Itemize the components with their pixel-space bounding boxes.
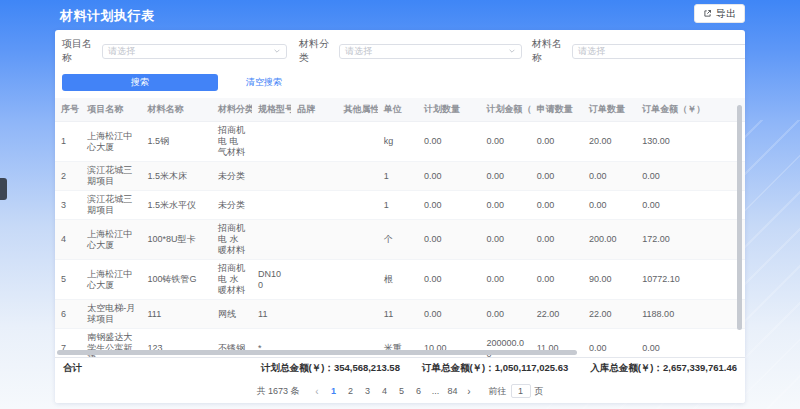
table-cell: 111 xyxy=(141,300,211,329)
page-button[interactable]: 1 xyxy=(327,384,341,398)
table-cell: 0.00 xyxy=(480,300,530,329)
table-cell: 0.00 xyxy=(531,260,583,300)
table-cell: 130.00 xyxy=(636,122,745,162)
material-name-select[interactable]: 请选择 xyxy=(572,44,745,59)
chevron-down-icon xyxy=(273,47,281,55)
table-cell: 0.00 xyxy=(583,191,636,220)
table-cell: 未分类 xyxy=(212,162,252,191)
table-cell xyxy=(291,260,337,300)
table-cell: 0.00 xyxy=(531,191,583,220)
table-cell: 90.00 xyxy=(583,260,636,300)
table-cell: 1 xyxy=(378,162,418,191)
table-cell: 未分类 xyxy=(212,191,252,220)
table-cell: 22.00 xyxy=(531,300,583,329)
next-page-icon[interactable]: › xyxy=(463,386,476,397)
filter-bar: 项目名称 请选择 材料分类 请选择 材料名称 请选择 xyxy=(55,30,745,65)
table-cell: 1 xyxy=(55,122,81,162)
table-cell: DN100 xyxy=(252,260,291,300)
table-cell: 4 xyxy=(55,220,81,260)
table-cell: 招商机电 电气材料 xyxy=(212,122,252,162)
table-cell xyxy=(338,260,378,300)
table-cell: 100*8U型卡 xyxy=(141,220,211,260)
action-bar: 搜索 清空搜索 xyxy=(62,74,738,91)
table-cell: 0.00 xyxy=(480,260,530,300)
goto-suffix: 页 xyxy=(535,385,544,398)
goto-page: 前往 页 xyxy=(489,384,544,398)
table-cell: 0.00 xyxy=(636,162,745,191)
table-cell xyxy=(252,191,291,220)
table-cell: 5 xyxy=(55,260,81,300)
pagination-total: 共 1673 条 xyxy=(256,385,299,398)
table-cell: 招商机电 水暖材料 xyxy=(212,260,252,300)
table-cell: 1.5米水平仪 xyxy=(141,191,211,220)
page-title: 材料计划执行表 xyxy=(60,7,155,25)
table-cell: 100铸铁管G xyxy=(141,260,211,300)
page-button[interactable]: 3 xyxy=(361,384,375,398)
table-cell: 0.00 xyxy=(480,122,530,162)
page-button[interactable]: 5 xyxy=(395,384,409,398)
page-button[interactable]: 4 xyxy=(378,384,392,398)
table-cell: 6 xyxy=(55,300,81,329)
table-cell: 上海松江中心大厦 xyxy=(81,122,141,162)
export-button[interactable]: 导出 xyxy=(694,4,745,23)
column-header: 申请数量 xyxy=(531,98,583,122)
page-ellipsis[interactable]: ... xyxy=(429,384,443,398)
search-button[interactable]: 搜索 xyxy=(62,74,218,91)
column-header: 材料名称 xyxy=(141,98,211,122)
table-cell xyxy=(291,122,337,162)
table-cell xyxy=(252,162,291,191)
table-cell xyxy=(291,300,337,329)
material-category-select[interactable]: 请选择 xyxy=(339,44,522,59)
table-cell: 0.00 xyxy=(583,162,636,191)
table-cell: 0.00 xyxy=(531,220,583,260)
column-header: 计划数量 xyxy=(418,98,480,122)
page-button[interactable]: 6 xyxy=(412,384,426,398)
project-name-placeholder: 请选择 xyxy=(108,45,135,58)
table-cell: 0.00 xyxy=(418,220,480,260)
column-header: 规格型号 xyxy=(252,98,291,122)
vertical-scrollbar[interactable] xyxy=(737,105,742,330)
page-button[interactable]: 84 xyxy=(446,384,460,398)
table-cell: 200.00 xyxy=(583,220,636,260)
sidebar-toggle[interactable] xyxy=(0,178,7,200)
table-cell: 0.00 xyxy=(418,162,480,191)
project-name-select[interactable]: 请选择 xyxy=(102,44,287,59)
table-cell: 0.00 xyxy=(418,191,480,220)
table-cell: 1.5米木床 xyxy=(141,162,211,191)
goto-page-input[interactable] xyxy=(511,384,531,398)
table-cell: 11 xyxy=(252,300,291,329)
table-cell xyxy=(338,162,378,191)
table-cell xyxy=(291,220,337,260)
inbound-total: 入库总金额(￥)：2,657,339,761.46 xyxy=(590,362,737,375)
horizontal-scrollbar[interactable] xyxy=(57,350,577,355)
plan-total: 计划总金额(￥)：354,568,213.58 xyxy=(261,362,400,375)
clear-search-link[interactable]: 清空搜索 xyxy=(246,76,282,89)
column-header: 计划金额（￥） xyxy=(480,98,530,122)
table-cell xyxy=(252,220,291,260)
table-cell xyxy=(338,122,378,162)
table-cell: 0.00 xyxy=(418,122,480,162)
table-cell xyxy=(291,191,337,220)
column-header: 单位 xyxy=(378,98,418,122)
goto-label: 前往 xyxy=(489,385,507,398)
column-header: 项目名称 xyxy=(81,98,141,122)
page-button[interactable]: 2 xyxy=(344,384,358,398)
pagination: 共 1673 条 ‹ 123456...84 › 前往 页 xyxy=(55,379,745,403)
table-cell: 11 xyxy=(378,300,418,329)
table-cell xyxy=(291,162,337,191)
chevron-down-icon xyxy=(508,47,516,55)
prev-page-icon[interactable]: ‹ xyxy=(311,386,324,397)
summary-row: 合计 计划总金额(￥)：354,568,213.58 订单总金额(￥)：1,05… xyxy=(55,357,745,379)
filter-category: 材料分类 请选择 xyxy=(299,37,522,65)
table-cell: 172.00 xyxy=(636,220,745,260)
filter-material: 材料名称 请选择 xyxy=(532,37,745,65)
column-header: 材料分类 xyxy=(212,98,252,122)
table-cell xyxy=(338,300,378,329)
table-cell: 20.00 xyxy=(583,122,636,162)
table-cell: kg xyxy=(378,122,418,162)
table-row: 1上海松江中心大厦1.5钢招商机电 电气材料kg0.000.000.0020.0… xyxy=(55,122,745,162)
material-name-label: 材料名称 xyxy=(532,37,565,65)
table-cell: 2 xyxy=(55,162,81,191)
table-cell: 0.00 xyxy=(636,191,745,220)
summary-total-label: 合计 xyxy=(63,362,82,375)
